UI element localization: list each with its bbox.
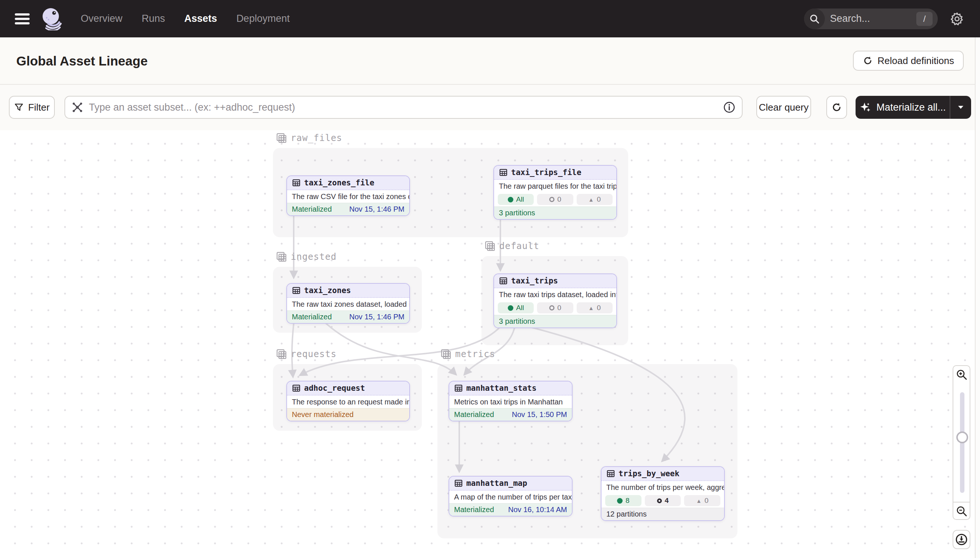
- materialized-pill[interactable]: All: [498, 302, 534, 313]
- reload-icon: [863, 56, 873, 66]
- group-label-default[interactable]: default: [484, 241, 539, 252]
- materialized-pill[interactable]: All: [498, 194, 534, 205]
- asset-description: The raw taxi zones dataset, loaded int..…: [287, 298, 409, 310]
- missing-pill[interactable]: ▲0: [576, 194, 613, 205]
- status-timestamp: Nov 15, 1:46 PM: [349, 205, 404, 213]
- materialized-dot-icon: [617, 498, 623, 504]
- zoom-out-button[interactable]: [953, 502, 970, 520]
- settings-gear-icon[interactable]: [949, 11, 965, 27]
- status-label: Materialized: [292, 205, 332, 213]
- status-label: Materialized: [454, 505, 494, 514]
- partition-health-pills: 8 4 ▲0: [601, 494, 724, 508]
- table-icon: [455, 384, 463, 392]
- funnel-icon: [14, 102, 24, 112]
- asset-node-trips_by_week[interactable]: trips_by_week The number of trips per we…: [601, 466, 725, 521]
- group-label-ingested[interactable]: ingested: [276, 251, 337, 263]
- refresh-icon: [831, 102, 842, 113]
- asset-status-footer: Never materialized: [287, 408, 409, 421]
- group-icon: [276, 133, 287, 144]
- failed-ring-icon: [549, 197, 555, 202]
- search-shortcut-key: /: [916, 12, 932, 26]
- page-scrollbar[interactable]: [975, 38, 980, 558]
- table-icon: [292, 179, 300, 187]
- failed-ring-icon: [657, 499, 662, 503]
- materialize-dropdown-caret[interactable]: [950, 96, 971, 119]
- asset-description: The number of trips per week, aggreg...: [601, 481, 724, 494]
- missing-pill[interactable]: ▲0: [576, 302, 613, 313]
- asset-name: manhattan_map: [466, 479, 527, 488]
- asset-description: A map of the number of trips per taxi z.…: [449, 491, 572, 503]
- materialize-all-button[interactable]: Materialize all...: [856, 96, 971, 119]
- partition-health-pills: All 0 ▲0: [494, 301, 616, 315]
- group-label-metrics[interactable]: metrics: [440, 349, 495, 359]
- asset-status-footer: 3 partitions: [494, 207, 616, 219]
- nav-tabs: Overview Runs Assets Deployment: [81, 13, 290, 25]
- table-icon: [499, 277, 507, 284]
- group-label-requests[interactable]: requests: [276, 349, 337, 359]
- asset-description: The raw parquet files for the taxi trips…: [494, 180, 616, 192]
- reload-definitions-button[interactable]: Reload definitions: [853, 51, 964, 71]
- asset-node-adhoc_request[interactable]: adhoc_request The response to an request…: [286, 381, 410, 422]
- status-label: Materialized: [454, 410, 494, 419]
- asset-node-taxi_trips_file[interactable]: taxi_trips_file The raw parquet files fo…: [493, 165, 617, 220]
- partitions-count: 3 partitions: [499, 209, 535, 217]
- materialized-dot-icon: [508, 305, 513, 311]
- nav-tab-assets[interactable]: Assets: [184, 13, 217, 25]
- status-timestamp: Nov 16, 10:14 AM: [508, 505, 567, 514]
- table-icon: [292, 287, 300, 294]
- failed-pill[interactable]: 4: [645, 495, 681, 506]
- table-icon: [499, 169, 507, 176]
- asset-name: manhattan_stats: [466, 384, 537, 392]
- global-search-input[interactable]: Search... /: [804, 8, 938, 29]
- asset-name: taxi_trips_file: [511, 168, 581, 177]
- status-label: Materialized: [292, 313, 332, 321]
- group-icon: [276, 349, 287, 359]
- asset-status-footer: 12 partitions: [601, 508, 724, 520]
- materialized-pill[interactable]: 8: [605, 495, 641, 506]
- lineage-toolbar: Filter Type an asset subset... (ex: ++ad…: [0, 85, 980, 130]
- clear-query-button[interactable]: Clear query: [756, 96, 811, 119]
- menu-icon[interactable]: [15, 13, 30, 25]
- nav-tab-overview[interactable]: Overview: [81, 13, 123, 25]
- asset-status-footer: Materialized Nov 15, 1:50 PM: [449, 408, 572, 421]
- asset-description: Metrics on taxi trips in Manhattan: [449, 396, 572, 408]
- group-label-raw_files[interactable]: raw_files: [276, 133, 342, 144]
- zoom-in-icon: [955, 369, 967, 381]
- zoom-slider-thumb[interactable]: [956, 432, 968, 443]
- asset-node-taxi_trips[interactable]: taxi_trips The raw taxi trips dataset, l…: [493, 274, 617, 328]
- asset-status-footer: Materialized Nov 15, 1:46 PM: [287, 310, 409, 323]
- asset-node-taxi_zones[interactable]: taxi_zones The raw taxi zones dataset, l…: [286, 283, 410, 324]
- partitions-count: 3 partitions: [499, 317, 535, 326]
- nav-tab-runs[interactable]: Runs: [142, 13, 165, 25]
- refresh-button[interactable]: [826, 96, 847, 119]
- asset-subset-placeholder: Type an asset subset... (ex: ++adhoc_req…: [89, 102, 723, 113]
- nav-tab-deployment[interactable]: Deployment: [236, 13, 290, 25]
- search-placeholder: Search...: [830, 13, 870, 25]
- zoom-in-button[interactable]: [953, 365, 970, 383]
- lineage-canvas[interactable]: raw_files ingested default requests metr…: [0, 130, 980, 558]
- group-icon: [440, 349, 451, 359]
- search-icon: [804, 8, 825, 29]
- filter-button[interactable]: Filter: [9, 96, 55, 119]
- asset-name: adhoc_request: [304, 384, 365, 392]
- asset-node-manhattan_stats[interactable]: manhattan_stats Metrics on taxi trips in…: [448, 381, 573, 422]
- asset-node-manhattan_map[interactable]: manhattan_map A map of the number of tri…: [448, 476, 573, 517]
- asset-subset-input[interactable]: Type an asset subset... (ex: ++adhoc_req…: [64, 96, 743, 119]
- asset-name: taxi_zones: [304, 286, 351, 295]
- download-image-button[interactable]: [953, 530, 970, 549]
- partition-health-pills: All 0 ▲0: [494, 192, 616, 207]
- failed-pill[interactable]: 0: [537, 194, 573, 205]
- info-icon[interactable]: [723, 102, 735, 113]
- table-icon: [455, 479, 463, 487]
- zoom-out-icon: [955, 505, 967, 517]
- failed-pill[interactable]: 0: [537, 302, 573, 313]
- asset-node-taxi_zones_file[interactable]: taxi_zones_file The raw CSV file for the…: [286, 176, 410, 216]
- sparkle-icon: [859, 101, 872, 113]
- missing-triangle-icon: ▲: [588, 305, 594, 311]
- dagster-logo[interactable]: [41, 7, 63, 30]
- asset-description: The response to an request made in th...: [287, 396, 409, 408]
- missing-pill[interactable]: ▲0: [684, 495, 720, 506]
- zoom-slider: [953, 382, 970, 502]
- asset-description: The raw CSV file for the taxi zones dat.…: [287, 190, 409, 203]
- asset-status-footer: Materialized Nov 15, 1:46 PM: [287, 203, 409, 215]
